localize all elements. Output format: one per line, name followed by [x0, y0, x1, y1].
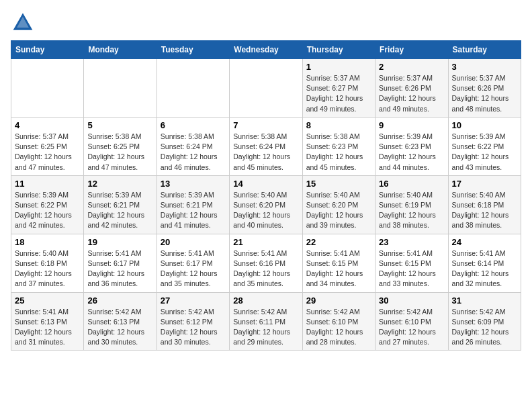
- day-info: Sunrise: 5:39 AMSunset: 6:22 PMDaylight:…: [452, 132, 517, 173]
- day-info: Sunrise: 5:37 AMSunset: 6:26 PMDaylight:…: [452, 73, 517, 114]
- calendar-cell: 28 Sunrise: 5:42 AMSunset: 6:11 PMDaylig…: [230, 292, 302, 351]
- day-number: 25: [15, 295, 80, 306]
- day-number: 19: [87, 237, 152, 247]
- day-info: Sunrise: 5:38 AMSunset: 6:24 PMDaylight:…: [161, 132, 226, 173]
- calendar-week-row: 25 Sunrise: 5:41 AMSunset: 6:13 PMDaylig…: [11, 292, 521, 351]
- calendar-cell: 15 Sunrise: 5:40 AMSunset: 6:20 PMDaylig…: [302, 175, 375, 234]
- day-info: Sunrise: 5:40 AMSunset: 6:18 PMDaylight:…: [15, 248, 80, 289]
- calendar-week-row: 1 Sunrise: 5:37 AMSunset: 6:27 PMDayligh…: [11, 59, 521, 118]
- calendar-cell: 30 Sunrise: 5:42 AMSunset: 6:10 PMDaylig…: [375, 292, 448, 351]
- weekday-header-cell: Sunday: [11, 41, 84, 59]
- weekday-header-cell: Saturday: [448, 41, 521, 59]
- weekday-header-cell: Thursday: [302, 41, 375, 59]
- calendar-cell: 13 Sunrise: 5:39 AMSunset: 6:21 PMDaylig…: [157, 175, 229, 234]
- calendar-week-row: 11 Sunrise: 5:39 AMSunset: 6:22 PMDaylig…: [11, 175, 521, 234]
- logo: [11, 11, 38, 35]
- day-info: Sunrise: 5:37 AMSunset: 6:25 PMDaylight:…: [15, 132, 80, 173]
- day-number: 27: [161, 295, 226, 306]
- day-info: Sunrise: 5:39 AMSunset: 6:22 PMDaylight:…: [15, 190, 80, 231]
- day-number: 22: [306, 237, 371, 247]
- calendar-cell: 16 Sunrise: 5:40 AMSunset: 6:19 PMDaylig…: [375, 175, 448, 234]
- day-info: Sunrise: 5:42 AMSunset: 6:12 PMDaylight:…: [161, 307, 226, 348]
- day-number: 17: [452, 179, 517, 189]
- calendar-cell: 23 Sunrise: 5:41 AMSunset: 6:15 PMDaylig…: [375, 234, 448, 292]
- day-info: Sunrise: 5:39 AMSunset: 6:23 PMDaylight:…: [379, 132, 444, 173]
- day-number: 15: [306, 179, 371, 189]
- day-info: Sunrise: 5:38 AMSunset: 6:23 PMDaylight:…: [306, 132, 371, 173]
- calendar-cell: [84, 59, 157, 118]
- day-number: 29: [306, 295, 371, 306]
- day-info: Sunrise: 5:42 AMSunset: 6:10 PMDaylight:…: [306, 307, 371, 348]
- day-number: 4: [15, 120, 80, 130]
- day-info: Sunrise: 5:40 AMSunset: 6:20 PMDaylight:…: [306, 190, 371, 231]
- day-info: Sunrise: 5:41 AMSunset: 6:17 PMDaylight:…: [87, 248, 152, 289]
- day-info: Sunrise: 5:41 AMSunset: 6:15 PMDaylight:…: [306, 248, 371, 289]
- calendar-cell: [230, 59, 302, 118]
- day-number: 24: [452, 237, 517, 247]
- day-info: Sunrise: 5:42 AMSunset: 6:10 PMDaylight:…: [379, 307, 444, 348]
- day-number: 3: [452, 62, 517, 72]
- calendar-cell: 17 Sunrise: 5:40 AMSunset: 6:18 PMDaylig…: [448, 175, 521, 234]
- weekday-header-cell: Tuesday: [157, 41, 229, 59]
- logo-icon: [11, 11, 35, 35]
- day-number: 6: [161, 120, 226, 130]
- calendar-cell: 8 Sunrise: 5:38 AMSunset: 6:23 PMDayligh…: [302, 117, 375, 175]
- calendar-cell: 14 Sunrise: 5:40 AMSunset: 6:20 PMDaylig…: [230, 175, 302, 234]
- day-info: Sunrise: 5:42 AMSunset: 6:11 PMDaylight:…: [233, 307, 298, 348]
- calendar-cell: [11, 59, 84, 118]
- day-number: 18: [15, 237, 80, 247]
- calendar-cell: 24 Sunrise: 5:41 AMSunset: 6:14 PMDaylig…: [448, 234, 521, 292]
- day-info: Sunrise: 5:37 AMSunset: 6:27 PMDaylight:…: [306, 73, 371, 114]
- calendar-cell: 25 Sunrise: 5:41 AMSunset: 6:13 PMDaylig…: [11, 292, 84, 351]
- day-number: 12: [87, 179, 152, 189]
- weekday-header-cell: Wednesday: [230, 41, 302, 59]
- calendar-cell: 4 Sunrise: 5:37 AMSunset: 6:25 PMDayligh…: [11, 117, 84, 175]
- day-number: 13: [161, 179, 226, 189]
- day-number: 23: [379, 237, 444, 247]
- day-info: Sunrise: 5:38 AMSunset: 6:24 PMDaylight:…: [233, 132, 298, 173]
- calendar-cell: 26 Sunrise: 5:42 AMSunset: 6:13 PMDaylig…: [84, 292, 157, 351]
- day-info: Sunrise: 5:41 AMSunset: 6:16 PMDaylight:…: [233, 248, 298, 289]
- day-number: 16: [379, 179, 444, 189]
- day-number: 28: [233, 295, 298, 306]
- day-info: Sunrise: 5:40 AMSunset: 6:20 PMDaylight:…: [233, 190, 298, 231]
- calendar-cell: 9 Sunrise: 5:39 AMSunset: 6:23 PMDayligh…: [375, 117, 448, 175]
- weekday-header-row: SundayMondayTuesdayWednesdayThursdayFrid…: [11, 41, 521, 59]
- day-number: 8: [306, 120, 371, 130]
- calendar-cell: 7 Sunrise: 5:38 AMSunset: 6:24 PMDayligh…: [230, 117, 302, 175]
- day-number: 20: [161, 237, 226, 247]
- day-info: Sunrise: 5:39 AMSunset: 6:21 PMDaylight:…: [87, 190, 152, 231]
- day-number: 31: [452, 295, 517, 306]
- calendar-cell: 12 Sunrise: 5:39 AMSunset: 6:21 PMDaylig…: [84, 175, 157, 234]
- day-number: 26: [87, 295, 152, 306]
- day-info: Sunrise: 5:41 AMSunset: 6:15 PMDaylight:…: [379, 248, 444, 289]
- day-info: Sunrise: 5:38 AMSunset: 6:25 PMDaylight:…: [87, 132, 152, 173]
- calendar-cell: 20 Sunrise: 5:41 AMSunset: 6:17 PMDaylig…: [157, 234, 229, 292]
- day-number: 21: [233, 237, 298, 247]
- day-number: 14: [233, 179, 298, 189]
- day-info: Sunrise: 5:41 AMSunset: 6:13 PMDaylight:…: [15, 307, 80, 348]
- day-info: Sunrise: 5:40 AMSunset: 6:18 PMDaylight:…: [452, 190, 517, 231]
- calendar-cell: 2 Sunrise: 5:37 AMSunset: 6:26 PMDayligh…: [375, 59, 448, 118]
- day-info: Sunrise: 5:41 AMSunset: 6:17 PMDaylight:…: [161, 248, 226, 289]
- day-info: Sunrise: 5:39 AMSunset: 6:21 PMDaylight:…: [161, 190, 226, 231]
- calendar-cell: [157, 59, 229, 118]
- day-info: Sunrise: 5:42 AMSunset: 6:13 PMDaylight:…: [87, 307, 152, 348]
- weekday-header-cell: Friday: [375, 41, 448, 59]
- day-number: 2: [379, 62, 444, 72]
- calendar-cell: 31 Sunrise: 5:42 AMSunset: 6:09 PMDaylig…: [448, 292, 521, 351]
- day-number: 5: [87, 120, 152, 130]
- calendar-week-row: 18 Sunrise: 5:40 AMSunset: 6:18 PMDaylig…: [11, 234, 521, 292]
- day-number: 9: [379, 120, 444, 130]
- calendar-cell: 21 Sunrise: 5:41 AMSunset: 6:16 PMDaylig…: [230, 234, 302, 292]
- day-number: 7: [233, 120, 298, 130]
- weekday-header-cell: Monday: [84, 41, 157, 59]
- calendar-body: 1 Sunrise: 5:37 AMSunset: 6:27 PMDayligh…: [11, 59, 521, 351]
- day-number: 10: [452, 120, 517, 130]
- page-header: [11, 11, 521, 35]
- day-info: Sunrise: 5:42 AMSunset: 6:09 PMDaylight:…: [452, 307, 517, 348]
- day-number: 30: [379, 295, 444, 306]
- calendar-cell: 11 Sunrise: 5:39 AMSunset: 6:22 PMDaylig…: [11, 175, 84, 234]
- day-info: Sunrise: 5:41 AMSunset: 6:14 PMDaylight:…: [452, 248, 517, 289]
- calendar-cell: 6 Sunrise: 5:38 AMSunset: 6:24 PMDayligh…: [157, 117, 229, 175]
